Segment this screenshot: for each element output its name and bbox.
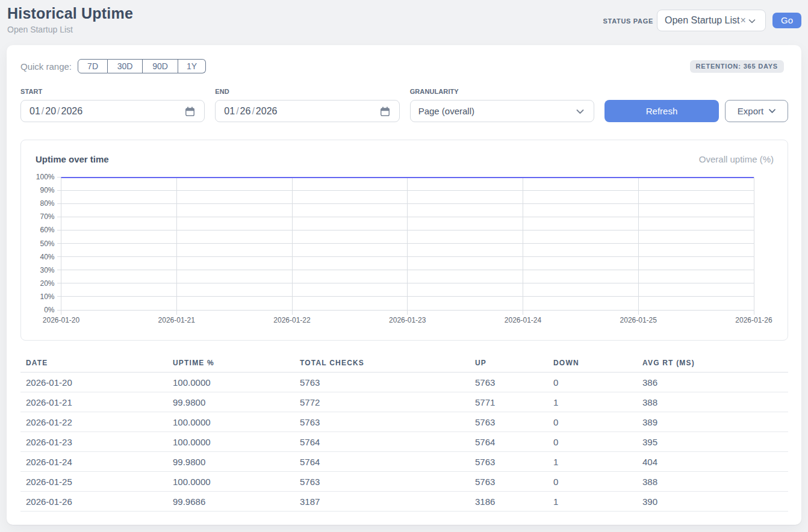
svg-text:2026-01-21: 2026-01-21 xyxy=(158,316,196,324)
svg-text:2026-01-25: 2026-01-25 xyxy=(620,316,657,324)
svg-text:20%: 20% xyxy=(40,279,54,288)
svg-text:30%: 30% xyxy=(40,266,54,274)
svg-text:2026-01-20: 2026-01-20 xyxy=(43,316,80,324)
svg-text:80%: 80% xyxy=(40,199,54,208)
svg-text:40%: 40% xyxy=(40,253,54,261)
svg-text:100%: 100% xyxy=(36,173,55,181)
svg-text:70%: 70% xyxy=(40,212,54,221)
svg-text:50%: 50% xyxy=(40,240,54,248)
svg-text:2026-01-22: 2026-01-22 xyxy=(273,316,311,324)
svg-text:0%: 0% xyxy=(44,306,55,314)
svg-text:90%: 90% xyxy=(40,186,54,194)
svg-text:2026-01-26: 2026-01-26 xyxy=(735,316,772,324)
svg-text:10%: 10% xyxy=(40,292,54,301)
svg-text:60%: 60% xyxy=(40,226,54,234)
svg-text:2026-01-23: 2026-01-23 xyxy=(389,316,426,324)
svg-text:2026-01-24: 2026-01-24 xyxy=(505,316,542,324)
